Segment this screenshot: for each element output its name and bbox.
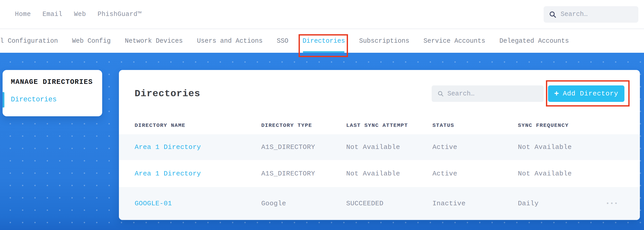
manage-directories-panel: MANAGE DIRECTORIES Directories bbox=[3, 70, 102, 116]
status-cell: Active bbox=[432, 170, 518, 178]
table-header-row: DIRECTORY NAME DIRECTORY TYPE LAST SYNC … bbox=[119, 116, 640, 134]
sidebar-item-directories[interactable]: Directories bbox=[11, 96, 102, 103]
column-header-status: STATUS bbox=[432, 122, 518, 128]
global-search-box[interactable] bbox=[544, 6, 638, 23]
tab-service-accounts[interactable]: Service Accounts bbox=[423, 29, 485, 53]
sidebar-active-indicator bbox=[3, 92, 4, 108]
topnav-item-home[interactable]: Home bbox=[15, 11, 31, 18]
directory-type-cell: A1S_DIRECTORY bbox=[261, 170, 346, 178]
topnav-item-email[interactable]: Email bbox=[42, 11, 63, 18]
directories-card: Directories + Add Directory DIRECTORY NA… bbox=[119, 70, 640, 220]
last-sync-cell: Not Available bbox=[346, 143, 432, 151]
table-row: GOOGLE-01 Google SUCCEEDED Inactive Dail… bbox=[119, 187, 640, 220]
directories-search-input[interactable] bbox=[447, 90, 538, 98]
plus-icon: + bbox=[554, 90, 559, 98]
tab-network-devices[interactable]: Network Devices bbox=[125, 29, 183, 53]
tab-directories-label: Directories bbox=[302, 37, 345, 45]
directory-type-cell: A1S_DIRECTORY bbox=[261, 143, 346, 151]
directory-name-link[interactable]: Area 1 Directory bbox=[135, 170, 261, 178]
column-header-directory-type: DIRECTORY TYPE bbox=[261, 122, 346, 128]
global-search-input[interactable] bbox=[561, 11, 633, 18]
last-sync-cell: SUCCEEDED bbox=[346, 200, 432, 207]
settings-tab-bar: Email Configuration Web Config Network D… bbox=[0, 29, 644, 53]
last-sync-cell: Not Available bbox=[346, 170, 432, 178]
table-row: Area 1 Directory A1S_DIRECTORY Not Avail… bbox=[119, 134, 640, 160]
sync-frequency-cell: Not Available bbox=[518, 170, 602, 178]
directory-name-link[interactable]: Area 1 Directory bbox=[135, 143, 261, 151]
tab-sso[interactable]: SSO bbox=[277, 29, 288, 53]
page-title: Directories bbox=[135, 88, 200, 99]
table-row: Area 1 Directory A1S_DIRECTORY Not Avail… bbox=[119, 160, 640, 187]
directories-card-header: Directories + Add Directory bbox=[119, 70, 640, 103]
topnav-item-phishguard[interactable]: PhishGuard™ bbox=[98, 11, 142, 18]
page-background: MANAGE DIRECTORIES Directories Directori… bbox=[0, 53, 644, 230]
directories-search-box[interactable] bbox=[432, 85, 544, 102]
search-icon bbox=[549, 11, 556, 18]
tab-users-and-actions[interactable]: Users and Actions bbox=[197, 29, 263, 53]
sidebar-panel-title: MANAGE DIRECTORIES bbox=[11, 78, 102, 86]
row-menu-ellipsis-icon[interactable]: ••• bbox=[602, 200, 640, 207]
top-navigation-bar: Home Email Web PhishGuard™ bbox=[0, 0, 644, 29]
add-directory-button[interactable]: + Add Directory bbox=[548, 85, 624, 102]
sync-frequency-cell: Daily bbox=[518, 200, 602, 207]
add-directory-button-wrap: + Add Directory bbox=[548, 85, 624, 102]
topnav-item-web[interactable]: Web bbox=[74, 11, 86, 18]
search-icon bbox=[437, 90, 444, 97]
tab-web-config[interactable]: Web Config bbox=[72, 29, 111, 53]
status-cell: Active bbox=[432, 143, 518, 151]
directory-type-cell: Google bbox=[261, 200, 346, 207]
column-header-sync-frequency: SYNC FREQUENCY bbox=[518, 122, 602, 128]
sync-frequency-cell: Not Available bbox=[518, 143, 602, 151]
directory-name-link[interactable]: GOOGLE-01 bbox=[135, 200, 261, 207]
tab-directories[interactable]: Directories bbox=[302, 29, 345, 53]
column-header-directory-name: DIRECTORY NAME bbox=[135, 122, 261, 128]
tab-delegated-accounts[interactable]: Delegated Accounts bbox=[499, 29, 569, 53]
status-cell: Inactive bbox=[432, 200, 518, 207]
tab-subscriptions[interactable]: Subscriptions bbox=[359, 29, 409, 53]
tab-email-configuration[interactable]: Email Configuration bbox=[0, 29, 58, 53]
sidebar-item-directories-label: Directories bbox=[11, 96, 57, 103]
column-header-last-sync-attempt: LAST SYNC ATTEMPT bbox=[346, 122, 432, 128]
add-directory-button-label: Add Directory bbox=[563, 90, 618, 98]
